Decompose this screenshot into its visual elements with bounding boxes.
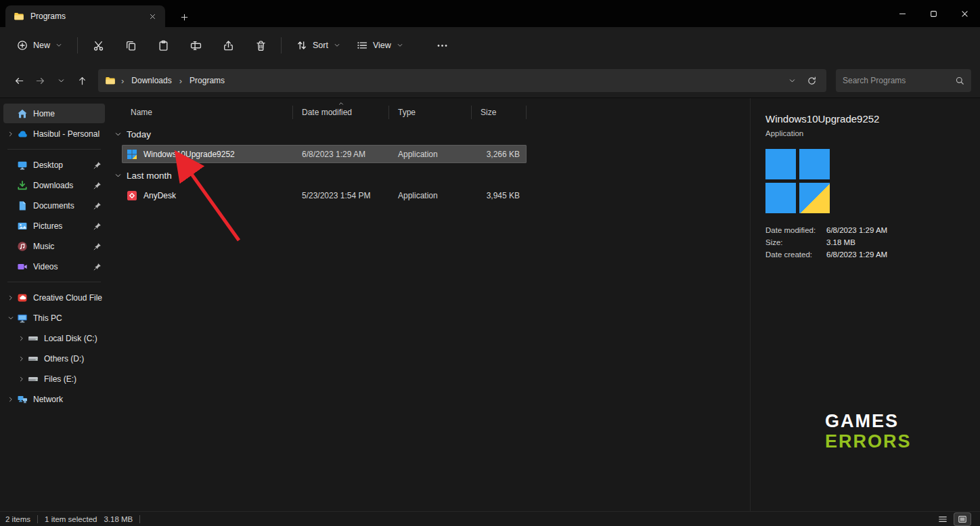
- breadcrumb-item-downloads[interactable]: Downloads: [129, 74, 173, 87]
- preview-details: Date modified:6/8/2023 1:29 AMSize:3.18 …: [765, 224, 969, 261]
- column-header-date-modified[interactable]: Date modified: [293, 106, 389, 119]
- sidebar-item-files-e[interactable]: Files (E:): [3, 369, 105, 389]
- recent-locations-button[interactable]: [51, 70, 72, 91]
- new-tab-button[interactable]: [175, 7, 194, 26]
- detail-row-size: Size:3.18 MB: [765, 236, 969, 248]
- sidebar-item-documents[interactable]: Documents: [3, 196, 105, 215]
- refresh-icon[interactable]: [807, 76, 817, 86]
- file-size: 3,266 KB: [472, 150, 527, 159]
- toolbar-divider: [77, 37, 78, 53]
- detail-value: 6/8/2023 1:29 AM: [826, 248, 887, 261]
- preview-subtitle: Application: [765, 129, 969, 137]
- back-button[interactable]: [9, 70, 30, 91]
- sidebar-item-others-d[interactable]: Others (D:): [3, 349, 105, 368]
- group-header-today[interactable]: Today: [114, 125, 750, 144]
- file-row-anydesk[interactable]: AnyDesk5/23/2023 1:54 PMApplication3,945…: [122, 186, 527, 204]
- sidebar-item-network[interactable]: Network: [3, 389, 105, 409]
- chevron-right-icon[interactable]: [5, 396, 16, 403]
- tab-close-icon[interactable]: [145, 9, 160, 24]
- group-header-last-month[interactable]: Last month: [114, 167, 750, 185]
- breadcrumb-separator: ›: [174, 76, 187, 86]
- see-more-button[interactable]: [430, 33, 455, 58]
- anydesk-icon: [127, 190, 137, 201]
- chevron-down-icon[interactable]: [5, 315, 16, 322]
- pin-icon: [92, 242, 102, 250]
- view-button[interactable]: View: [349, 35, 411, 56]
- address-bar[interactable]: ›Downloads›Programs: [98, 69, 826, 92]
- chevron-right-icon[interactable]: [5, 294, 16, 301]
- music-icon: [16, 241, 28, 252]
- chevron-right-icon[interactable]: [16, 355, 27, 362]
- breadcrumb-item-programs[interactable]: Programs: [187, 74, 227, 87]
- file-row-windows10upgrade9252[interactable]: Windows10Upgrade92526/8/2023 1:29 AMAppl…: [122, 145, 527, 163]
- chevron-right-icon[interactable]: [16, 376, 27, 382]
- sidebar-item-label: This PC: [33, 313, 102, 323]
- sidebar-item-local-disk-c[interactable]: Local Disk (C:): [3, 328, 105, 348]
- new-icon: [17, 40, 28, 51]
- paste-button[interactable]: [150, 33, 176, 58]
- tab-title: Programs: [30, 12, 139, 21]
- status-bar: 2 items 1 item selected 3.18 MB: [0, 511, 980, 526]
- share-button[interactable]: [215, 33, 241, 58]
- pin-icon: [92, 222, 102, 230]
- pictures-icon: [16, 221, 28, 232]
- copy-button[interactable]: [118, 33, 143, 58]
- chevron-down-icon: [397, 42, 403, 49]
- rename-button[interactable]: [183, 33, 208, 58]
- sidebar-item-this-pc[interactable]: This PC: [3, 308, 105, 328]
- sort-label: Sort: [313, 41, 328, 50]
- file-date-modified: 6/8/2023 1:29 AM: [293, 150, 389, 159]
- ellipsis-icon: [437, 40, 448, 51]
- sidebar-item-label: Videos: [33, 262, 92, 271]
- sidebar-item-videos[interactable]: Videos: [3, 257, 105, 276]
- forward-button[interactable]: [30, 70, 51, 91]
- file-explorer-window: Programs New Sort View: [0, 0, 980, 526]
- address-bar-controls: [788, 76, 820, 86]
- logo-line-games: GAMES: [825, 411, 912, 431]
- group-label: Today: [127, 129, 151, 139]
- windows-logo-tile: [765, 183, 796, 213]
- minimize-button[interactable]: [887, 0, 918, 27]
- sidebar-item-pictures[interactable]: Pictures: [3, 216, 105, 236]
- view-icon: [357, 40, 368, 51]
- chevron-down-icon[interactable]: [114, 131, 122, 138]
- column-header-name[interactable]: Name: [122, 106, 293, 119]
- up-button[interactable]: [72, 70, 93, 91]
- column-header-size[interactable]: Size: [472, 106, 527, 119]
- sidebar-item-creative-cloud-files[interactable]: Creative Cloud Files: [3, 288, 105, 307]
- sidebar-item-home[interactable]: Home: [3, 104, 105, 123]
- sidebar-item-desktop[interactable]: Desktop: [3, 155, 105, 175]
- column-header-type[interactable]: Type: [389, 106, 472, 119]
- status-divider: [37, 515, 38, 523]
- sidebar-item-music[interactable]: Music: [3, 236, 105, 256]
- sidebar-item-label: Network: [33, 395, 102, 404]
- logo-line-errors: ERRORS: [825, 431, 912, 452]
- column-label: Type: [398, 108, 416, 117]
- search-input[interactable]: [843, 76, 955, 85]
- windows-logo-tile-folder: [799, 183, 830, 213]
- sort-icon: [296, 40, 307, 51]
- details-view-button[interactable]: [935, 513, 951, 525]
- cut-button[interactable]: [85, 33, 111, 58]
- maximize-button[interactable]: [918, 0, 949, 27]
- delete-button[interactable]: [248, 33, 273, 58]
- tab-programs[interactable]: Programs: [5, 5, 165, 27]
- search-box[interactable]: [836, 69, 971, 92]
- sidebar-item-label: Others (D:): [44, 354, 102, 364]
- drive-icon: [27, 374, 39, 385]
- chevron-right-icon[interactable]: [5, 131, 16, 137]
- windows-logo: [765, 149, 830, 213]
- close-button[interactable]: [949, 0, 980, 27]
- file-size: 3,945 KB: [472, 191, 527, 200]
- sort-button[interactable]: Sort: [289, 35, 348, 56]
- sidebar-list: HomeHasibul - PersonalDesktopDownloadsDo…: [2, 104, 106, 409]
- sidebar-item-onedrive-personal[interactable]: Hasibul - Personal: [3, 124, 105, 144]
- new-button[interactable]: New: [9, 35, 70, 56]
- sidebar-item-downloads[interactable]: Downloads: [3, 175, 105, 195]
- address-dropdown-icon[interactable]: [788, 77, 796, 85]
- large-icons-view-button[interactable]: [954, 513, 971, 525]
- chevron-down-icon[interactable]: [114, 172, 122, 179]
- chevron-right-icon[interactable]: [16, 335, 27, 342]
- copy-icon: [125, 40, 137, 51]
- pin-icon: [92, 161, 102, 169]
